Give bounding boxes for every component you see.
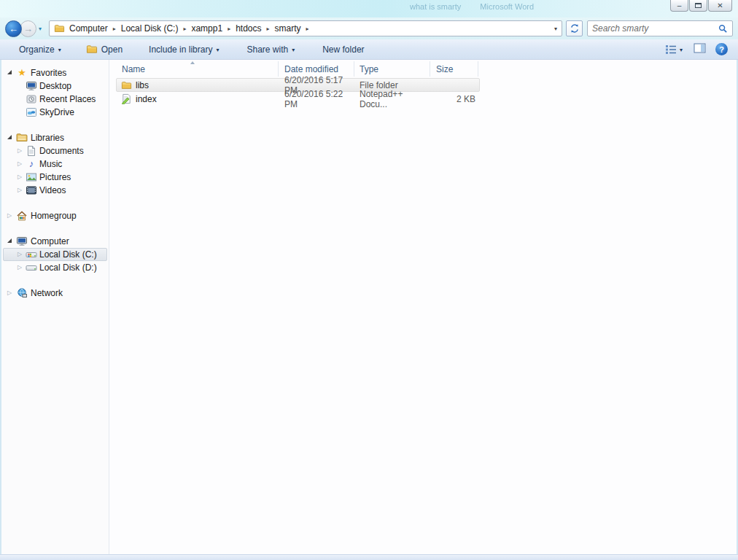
expander-collapsed-icon[interactable]: ▷: [7, 213, 13, 219]
expander-open-icon[interactable]: [7, 135, 12, 139]
sidebar-item-videos[interactable]: ▷ Videos: [1, 184, 109, 197]
sidebar-item-recent-places[interactable]: Recent Places: [1, 93, 109, 106]
sidebar-section-computer[interactable]: Computer: [1, 235, 109, 248]
forward-button[interactable]: →: [20, 20, 36, 37]
breadcrumb-separator-icon[interactable]: ▸: [228, 26, 230, 32]
share-with-button[interactable]: Share with ▾: [242, 42, 299, 58]
breadcrumb-htdocs[interactable]: htdocs: [236, 23, 261, 34]
sort-ascending-icon: [190, 61, 195, 64]
expander-collapsed-icon[interactable]: ▷: [18, 148, 23, 154]
item-label[interactable]: Recent Places: [39, 94, 96, 104]
column-header-size[interactable]: Size: [430, 61, 478, 77]
file-list-pane: Name Date modified Type Size libs: [110, 60, 737, 554]
preview-pane-icon: [694, 43, 706, 53]
item-label[interactable]: Documents: [39, 146, 84, 156]
open-folder-icon: [86, 44, 98, 55]
breadcrumb-xampp1[interactable]: xampp1: [191, 23, 222, 34]
search-icon[interactable]: [718, 24, 728, 34]
item-label[interactable]: Local Disk (C:): [39, 249, 97, 260]
breadcrumb-separator-icon[interactable]: ▸: [267, 26, 270, 32]
item-label[interactable]: Videos: [39, 185, 66, 195]
sidebar-section-homegroup[interactable]: ▷ Homegroup: [1, 209, 109, 222]
back-button[interactable]: ←: [5, 20, 22, 37]
section-label[interactable]: Homegroup: [31, 211, 77, 221]
close-button[interactable]: ✕: [708, 0, 732, 12]
notepadpp-document-icon: [121, 93, 132, 104]
organize-button[interactable]: Organize ▾: [15, 42, 66, 58]
minimize-icon: –: [677, 2, 682, 9]
sidebar-section-network[interactable]: ▷ Network: [1, 287, 109, 300]
search-input[interactable]: [592, 23, 718, 34]
music-icon: ♪: [26, 158, 37, 170]
sidebar-item-documents[interactable]: ▷ Documents: [1, 144, 109, 158]
forward-arrow-icon: →: [23, 24, 33, 34]
column-label: Date modified: [284, 64, 338, 74]
breadcrumb-smarty[interactable]: smarty: [275, 23, 301, 34]
expander-collapsed-icon[interactable]: ▷: [18, 252, 23, 257]
navigation-bar: ← → ▾ Computer ▸ Local Disk (C:) ▸ xampp…: [0, 18, 738, 39]
share-label: Share with: [246, 44, 288, 55]
explorer-window: what is smarty Microsoft Word – ✕ ← → ▾ …: [0, 0, 738, 560]
maximize-button[interactable]: [689, 0, 707, 12]
sidebar-item-desktop[interactable]: Desktop: [1, 79, 109, 93]
breadcrumb-separator-icon[interactable]: ▸: [113, 26, 116, 32]
homegroup-icon: [16, 210, 28, 222]
recent-pages-dropdown[interactable]: ▾: [39, 26, 42, 32]
item-label[interactable]: Pictures: [39, 172, 71, 182]
views-icon: [665, 44, 677, 55]
expander-collapsed-icon[interactable]: ▷: [18, 161, 23, 167]
section-label[interactable]: Computer: [31, 236, 69, 246]
sidebar-item-skydrive[interactable]: SkyDrive: [1, 106, 109, 119]
back-arrow-icon: ←: [9, 24, 18, 34]
help-icon: ?: [719, 45, 724, 54]
sidebar-item-local-disk-c[interactable]: ▷ Local Disk (C:): [1, 248, 109, 261]
breadcrumb-computer[interactable]: Computer: [69, 23, 108, 34]
chevron-down-icon: ▾: [292, 47, 295, 53]
organize-label: Organize: [19, 44, 55, 55]
column-header-name[interactable]: Name: [110, 61, 279, 77]
refresh-button[interactable]: [566, 20, 583, 36]
file-row-index[interactable]: index 6/20/2016 5:22 PM Notepad++ Docu..…: [110, 92, 737, 106]
expander-collapsed-icon[interactable]: ▷: [18, 187, 23, 193]
expander-collapsed-icon[interactable]: ▷: [18, 174, 23, 180]
sidebar-item-pictures[interactable]: ▷ Pictures: [1, 171, 109, 184]
change-view-button[interactable]: ▾: [664, 43, 684, 56]
help-button[interactable]: ?: [715, 43, 728, 55]
breadcrumb-local-disk-c[interactable]: Local Disk (C:): [121, 23, 179, 34]
section-label[interactable]: Libraries: [31, 133, 64, 143]
expander-collapsed-icon[interactable]: ▷: [7, 290, 13, 296]
file-name-cell[interactable]: index: [110, 93, 279, 104]
expander-open-icon[interactable]: [7, 238, 12, 243]
column-label: Name: [122, 64, 145, 74]
sidebar-section-favorites[interactable]: ★ Favorites: [1, 66, 109, 79]
chevron-down-icon: ▾: [680, 47, 683, 53]
section-label[interactable]: Network: [31, 288, 63, 298]
folder-icon: [121, 80, 132, 90]
column-header-type[interactable]: Type: [354, 61, 430, 77]
section-label[interactable]: Favorites: [31, 68, 66, 78]
preview-pane-button[interactable]: [694, 43, 706, 55]
breadcrumb-separator-icon[interactable]: ▸: [183, 26, 186, 32]
expander-open-icon[interactable]: [7, 70, 12, 74]
address-bar[interactable]: Computer ▸ Local Disk (C:) ▸ xampp1 ▸ ht…: [49, 20, 562, 36]
item-label[interactable]: Desktop: [39, 81, 71, 91]
address-history-dropdown-icon[interactable]: ▾: [554, 26, 557, 32]
file-size-cell: 2 KB: [430, 94, 478, 104]
breadcrumb-separator-icon[interactable]: ▸: [306, 26, 309, 32]
favorites-star-icon: ★: [16, 67, 28, 79]
item-label[interactable]: Music: [39, 159, 62, 169]
sidebar-section-libraries[interactable]: Libraries: [1, 131, 109, 144]
address-folder-icon: [54, 23, 65, 34]
sidebar-item-local-disk-d[interactable]: ▷ Local Disk (D:): [1, 261, 109, 274]
sidebar-item-music[interactable]: ▷ ♪ Music: [1, 158, 109, 171]
item-label[interactable]: Local Disk (D:): [39, 262, 97, 273]
item-label[interactable]: SkyDrive: [39, 107, 74, 117]
minimize-button[interactable]: –: [670, 0, 688, 12]
ghost-window-title: what is smarty Microsoft Word: [410, 2, 534, 11]
open-button[interactable]: Open: [82, 41, 127, 58]
expander-collapsed-icon[interactable]: ▷: [18, 265, 23, 271]
include-in-library-button[interactable]: Include in library ▾: [144, 42, 223, 58]
pictures-icon: [26, 171, 37, 183]
new-folder-button[interactable]: New folder: [318, 42, 368, 58]
file-name-cell[interactable]: libs: [110, 80, 279, 90]
